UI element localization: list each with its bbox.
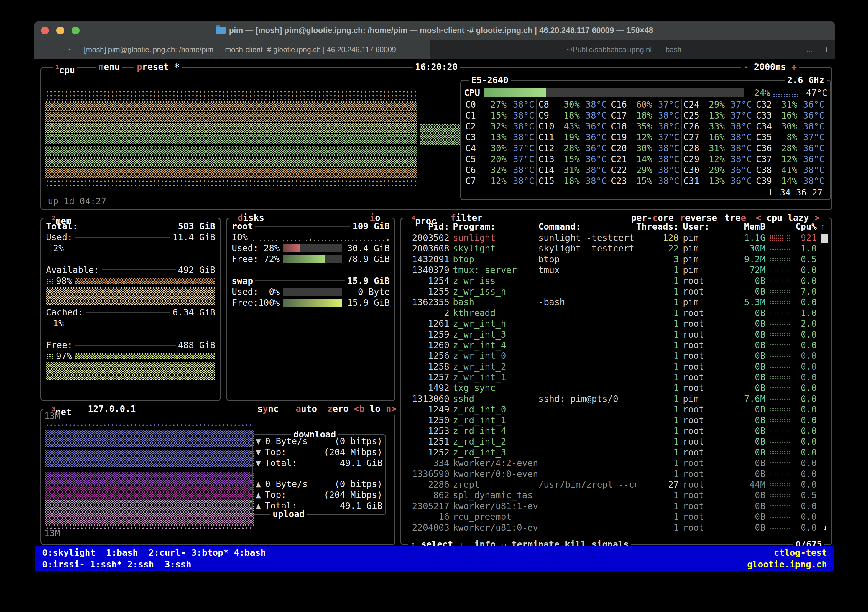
load-average: L 34 36 27 <box>769 187 823 198</box>
disk-swap-used-percent: 0% <box>258 286 279 297</box>
tab-active[interactable]: ~ — [mosh] pim@glootie.ipng.ch: /home/pi… <box>34 40 429 59</box>
minimize-button[interactable] <box>56 26 64 34</box>
proc-cpu-mini-graph <box>770 322 790 325</box>
close-button[interactable] <box>41 26 49 34</box>
proc-row[interactable]: 1252z_rd_int_31root0B0.0 <box>401 447 830 458</box>
net-zero-button[interactable]: zero <box>325 403 351 415</box>
proc-cpu-mini-graph <box>770 279 790 283</box>
cpu-frequency: 2.6 GHz <box>785 74 827 86</box>
scrollbar-up-arrow[interactable]: ↑ <box>817 222 826 232</box>
zoom-button[interactable] <box>72 26 80 34</box>
upload-speed: 0 Byte/s <box>265 479 308 490</box>
proc-row[interactable]: 862spl_dynamic_tas1root0B0.5 <box>401 490 830 500</box>
core-cell: C1718%38°C <box>609 110 681 121</box>
proc-row[interactable]: 1257z_wr_int_11root0B0.0 <box>401 372 830 383</box>
core-cell: C3628%36°C <box>753 143 826 153</box>
proc-row[interactable]: 1254z_wr_iss1root0B0.0 <box>401 276 830 286</box>
proc-row[interactable]: 2305217kworker/u81:1-ev1root0B0.0 <box>401 501 830 511</box>
proc-row[interactable]: 16rcu_preempt1root0B0.0 <box>401 511 830 522</box>
disks-box: disks io root109 GiB IO% Used:28% 30.4 G… <box>226 218 395 401</box>
upload-top-label: Top: <box>265 490 286 500</box>
proc-table: 2003502sunlightsunlight -testcert120pim1… <box>401 232 830 533</box>
proc-cpu-mini-graph <box>770 354 790 358</box>
net-sync-button[interactable]: sync <box>255 403 281 415</box>
preset-button[interactable]: preset * <box>135 61 182 73</box>
cpu-total-bar <box>484 88 744 97</box>
core-row: C232%38°CC1043%36°CC1835%38°CC2633%38°CC… <box>463 121 828 132</box>
download-total-label: Total: <box>265 457 297 468</box>
proc-row[interactable]: 1255z_wr_iss_h1root0B7.0 <box>401 286 830 297</box>
net-interface-switcher[interactable]: <b lo n> <box>352 403 399 415</box>
new-tab-button[interactable]: + <box>818 40 835 59</box>
interval-increase-button[interactable]: + <box>791 62 797 72</box>
proc-row[interactable]: 1313060sshdsshd: pim@pts/01pim7.6M0.0 <box>401 394 830 404</box>
proc-row[interactable]: 2204003kworker/u81:0-ev1root0B0.0 <box>401 522 830 533</box>
scrollbar-down-arrow[interactable]: ↓ <box>823 522 828 532</box>
proc-row[interactable]: 2003608skylightskylight -testcert22pim30… <box>401 243 830 254</box>
disk-root-size: 109 GiB <box>353 221 390 232</box>
download-total-value: 49.1 GiB <box>340 457 383 468</box>
proc-row[interactable]: 1253z_rd_int_41root0B0.0 <box>401 426 830 436</box>
proc-cpu-mini-graph <box>770 408 790 411</box>
proc-row[interactable]: 1432091btopbtop3pim9.2M0.5 <box>401 254 830 265</box>
mem-used-value: 11.4 GiB <box>173 232 215 243</box>
proc-row[interactable]: 1260z_wr_int_41root0B0.0 <box>401 340 830 350</box>
core-cell: C2229%38°C <box>609 164 681 175</box>
mem-total-value: 503 GiB <box>178 221 215 232</box>
core-cell: C1228%36°C <box>536 143 609 153</box>
cpu-temp: 47°C <box>800 88 827 98</box>
proc-row[interactable]: 1249z_rd_int_01root0B0.0 <box>401 404 830 415</box>
mem-avail-percent: 98% <box>56 275 72 286</box>
core-cell: C1518%38°C <box>536 175 609 186</box>
proc-row[interactable]: 1340379tmux: servertmux1pim72M0.0 <box>401 265 830 275</box>
core-cell: C2429%37°C <box>681 99 753 110</box>
tmux-windows-outer: 0:skylight 1:bash 2:curl- 3:btop* 4:bash <box>42 547 266 559</box>
net-auto-button[interactable]: auto <box>293 403 319 415</box>
core-cell: C1835%38°C <box>609 121 681 132</box>
net-scale-top: 13M <box>44 411 60 421</box>
core-cell: C1043%36°C <box>536 121 609 132</box>
tabbar: ~ — [mosh] pim@glootie.ipng.ch: /home/pi… <box>34 40 835 59</box>
upload-speed-bits: (0 bitps) <box>334 479 383 490</box>
proc-header-row: Pid: Program: Command: Threads: User: Me… <box>401 222 830 232</box>
core-cell: C2716%38°C <box>681 132 753 143</box>
interval-decrease-button[interactable]: - <box>743 62 749 72</box>
download-speed: 0 Byte/s <box>265 436 308 446</box>
proc-row[interactable]: 1261z_wr_int_h1root0B2.0 <box>401 318 830 329</box>
core-cell: C1660%37°C <box>609 99 681 110</box>
tab-overflow-button[interactable]: ... <box>806 45 812 54</box>
proc-row[interactable]: 1362355bash-bash1pim5.3M0.0 <box>401 297 830 307</box>
core-cell: C712%38°C <box>463 175 536 186</box>
upload-top-value: (204 Mibps) <box>324 490 383 500</box>
proc-row[interactable]: 1256z_wr_int_01root0B0.0 <box>401 350 830 361</box>
proc-row[interactable]: 1251z_rd_int_21root0B0.0 <box>401 436 830 447</box>
proc-row[interactable]: 1259z_wr_int_31root0B0.0 <box>401 329 830 340</box>
proc-cpu-mini-graph <box>770 483 790 487</box>
core-cell: C632%38°C <box>463 164 536 175</box>
core-row: C632%38°CC1431%38°CC2229%38°CC3029%36°CC… <box>463 164 828 175</box>
proc-row[interactable]: 2kthreadd1root0B1.0 <box>401 308 830 318</box>
proc-cpu-mini-graph <box>770 247 790 251</box>
cpu-detail-box: E5-2640 2.6 GHz CPU 24% 47°C C027%38°CC8… <box>460 80 831 200</box>
tab-inactive[interactable]: ~/Public/sabbatical.ipng.nl — -bash ... <box>429 40 818 59</box>
core-cell: C2633%38°C <box>681 121 753 132</box>
proc-row[interactable]: 1492txg_sync1root0B0.0 <box>401 383 830 393</box>
core-cell: C2114%38°C <box>609 153 681 164</box>
clock: 16:20:20 <box>413 61 460 73</box>
disk-root-used-label: Used: <box>232 243 258 254</box>
cpu-box-title[interactable]: 1cpu <box>53 61 77 76</box>
proc-row[interactable]: 1258z_wr_int_21root0B0.0 <box>401 361 830 372</box>
proc-row[interactable]: 1336590kworker/0:0-even1root0B0.0 <box>401 469 830 479</box>
disk-root-used-bar <box>283 245 342 252</box>
proc-cpu-mini-graph <box>770 344 790 347</box>
scrollbar-thumb[interactable] <box>822 234 828 243</box>
mem-free-graph <box>46 362 215 380</box>
proc-row[interactable]: 2003502sunlightsunlight -testcert120pim1… <box>401 232 830 243</box>
proc-row[interactable]: 334kworker/4:2-even1root0B0.0 <box>401 458 830 468</box>
proc-row[interactable]: 2286zrepl/usr/bin/zrepl --co27root44M0.0 <box>401 479 830 490</box>
menu-button[interactable]: menu <box>96 61 122 73</box>
core-cell: C1119%36°C <box>536 132 609 143</box>
proc-cpu-mini-graph <box>770 440 790 444</box>
proc-cpu-mini-graph <box>770 386 790 390</box>
proc-row[interactable]: 1250z_rd_int_11root0B0.0 <box>401 415 830 426</box>
